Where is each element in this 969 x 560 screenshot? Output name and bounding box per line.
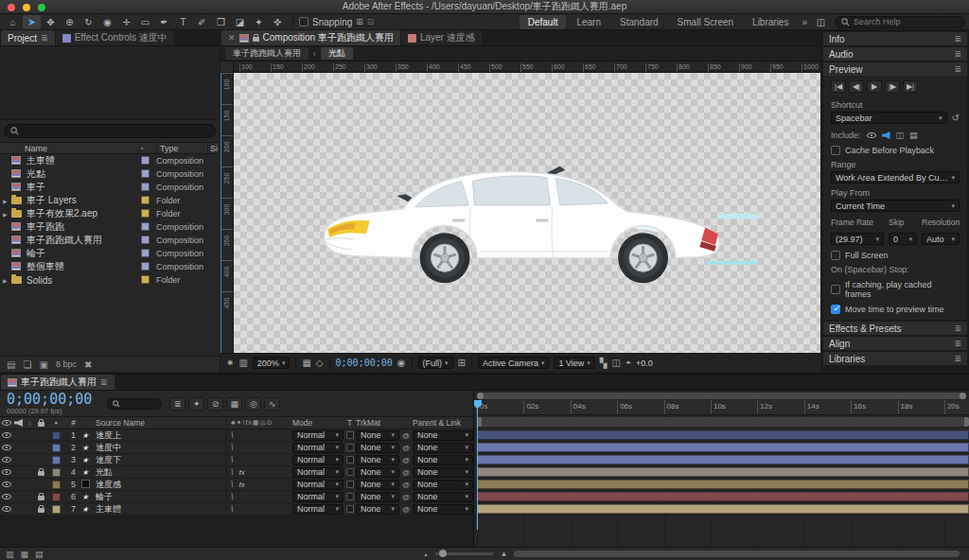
minimize-window-button[interactable] <box>23 4 30 11</box>
zoom-tool[interactable]: ⊕ <box>61 15 79 29</box>
quality-switch-icon[interactable]: \ <box>231 430 234 440</box>
range-select[interactable]: Work Area Extended By Current ...▾ <box>831 171 960 184</box>
layer-lock-toggle[interactable] <box>35 493 47 500</box>
panel-menu-icon[interactable]: ≣ <box>954 324 961 333</box>
go-to-start-button[interactable]: |◀ <box>831 80 846 93</box>
quality-switch-icon[interactable]: \ <box>231 480 234 489</box>
item-name[interactable]: 主車體 <box>26 154 141 167</box>
selection-tool[interactable]: ➤ <box>23 15 41 29</box>
zoom-out-timeline-icon[interactable]: ▲ <box>424 551 429 557</box>
pan-behind-tool[interactable]: ✛ <box>117 15 135 29</box>
expand-layer-switches-icon[interactable]: ▥ <box>6 550 14 559</box>
resolution-select[interactable]: (Full)▾ <box>418 357 453 369</box>
skip-select[interactable]: 0▾ <box>889 233 917 245</box>
move-time-option[interactable]: Move time to preview time <box>831 305 960 314</box>
roto-brush-tool[interactable]: ✦ <box>250 15 268 29</box>
quality-switch-icon[interactable]: \ <box>231 455 234 464</box>
full-screen-option[interactable]: Full Screen <box>831 251 960 260</box>
layer-lock-toggle[interactable] <box>35 444 47 451</box>
mode-column-header[interactable]: Mode <box>292 418 344 428</box>
full-screen-checkbox[interactable] <box>831 251 840 260</box>
frame-blending-icon[interactable]: ▦ <box>226 397 242 411</box>
panel-menu-icon[interactable]: ≣ <box>954 64 961 74</box>
column-type[interactable]: Type <box>156 144 207 153</box>
layer-name[interactable]: 速度上 <box>93 429 226 442</box>
parent-select[interactable]: None▾ <box>413 430 473 441</box>
timeline-search-input[interactable] <box>107 398 162 410</box>
new-composition-icon[interactable]: ▣ <box>39 359 47 370</box>
layer-row[interactable]: 5 ★ 速度感 \fx Normal▾ None▾ @ None▾ <box>0 479 473 491</box>
cache-before-playback-checkbox[interactable] <box>831 146 840 155</box>
layer-row[interactable]: 1 ★ 速度上 \fx Normal▾ None▾ @ None▾ <box>0 429 473 442</box>
audio-column-icon[interactable] <box>12 419 25 427</box>
preserve-transparency-toggle[interactable] <box>344 505 356 513</box>
label-color-swatch[interactable] <box>141 236 150 244</box>
project-item-row[interactable]: ▶ 車子有效果2.aep Folder <box>0 207 220 220</box>
channel-select-icon[interactable]: ◓ <box>625 358 631 368</box>
layer-duration-bar[interactable] <box>477 430 969 440</box>
layer-duration-bar[interactable] <box>477 480 969 489</box>
move-time-checkbox[interactable] <box>831 305 840 314</box>
timeline-tab[interactable]: 車子跑跑鐵人賽用 ≣ <box>1 375 115 390</box>
track-matte-select[interactable]: None▾ <box>356 430 399 441</box>
parent-pickwhip-icon[interactable]: @ <box>399 444 413 452</box>
fx-switch-icon[interactable]: fx <box>239 468 245 477</box>
quality-switch-icon[interactable]: \ <box>231 492 234 501</box>
project-item-row[interactable]: ▶ Solids Folder <box>0 273 220 287</box>
item-name[interactable]: 整個車體 <box>26 260 141 273</box>
workspace-default[interactable]: Default <box>520 15 567 29</box>
frame-rate-select[interactable]: (29.97)▾ <box>831 233 884 245</box>
preserve-transparency-toggle[interactable] <box>344 456 356 464</box>
preview-panel-header[interactable]: Preview ≣ <box>823 62 967 76</box>
layer-row[interactable]: 4 ★ 光點 \fx Normal▾ None▾ @ None▾ <box>0 466 473 479</box>
timeline-horizontal-scrollbar[interactable] <box>514 551 960 557</box>
grid-options-icon[interactable]: ▦ <box>302 358 310 368</box>
reset-preview-icon[interactable]: ↺ <box>952 113 960 123</box>
track-matte-select[interactable]: None▾ <box>356 480 399 490</box>
motion-blur-icon[interactable]: ◎ <box>245 397 261 411</box>
layer-duration-bar[interactable] <box>477 455 969 464</box>
help-search-input[interactable]: Search Help <box>835 16 965 28</box>
resolution-select[interactable]: Auto▾ <box>922 233 960 245</box>
parent-select[interactable]: None▾ <box>413 504 473 515</box>
layer-label-swatch[interactable] <box>47 444 64 452</box>
column-label[interactable]: ▪ <box>141 145 156 151</box>
workspace-libraries[interactable]: Libraries <box>744 15 797 29</box>
vertical-ruler[interactable]: 100150200250300350400450 <box>220 73 234 353</box>
item-name[interactable]: 車子跑跑鐵人賽用 <box>26 234 141 247</box>
layer-lock-toggle[interactable] <box>35 505 47 513</box>
label-color-swatch[interactable] <box>141 183 150 191</box>
time-ruler[interactable]: 0s02s04s06s08s10s12s14s16s18s20s <box>474 400 969 415</box>
brush-tool[interactable]: ✐ <box>193 15 211 29</box>
layer-visibility-toggle[interactable] <box>0 445 12 450</box>
label-color-swatch[interactable] <box>141 156 150 165</box>
layer-lock-toggle[interactable] <box>35 468 47 476</box>
parent-pickwhip-icon[interactable]: @ <box>399 505 413 514</box>
layer-visibility-toggle[interactable] <box>0 481 12 487</box>
workspace-small-screen[interactable]: Small Screen <box>669 15 742 29</box>
project-item-row[interactable]: ▶ 光點 Composition <box>0 167 220 181</box>
work-area-bar[interactable] <box>477 417 969 427</box>
expand-transfer-controls-icon[interactable]: ▦ <box>21 550 29 559</box>
layer-duration-bar[interactable] <box>477 443 969 452</box>
item-name[interactable]: Solids <box>26 275 141 286</box>
puppet-pin-tool[interactable]: ✜ <box>269 15 287 29</box>
snap-to-features-icon[interactable]: ⊟ <box>367 17 375 26</box>
expand-in-out-icon[interactable]: ▤ <box>35 550 44 559</box>
parent-select[interactable]: None▾ <box>413 492 473 502</box>
layer-label-swatch[interactable] <box>47 493 64 501</box>
solo-column-icon[interactable]: ○ <box>25 420 35 427</box>
column-name[interactable]: Name <box>0 144 141 153</box>
blend-mode-select[interactable]: Normal▾ <box>292 467 344 478</box>
info-panel-header[interactable]: Info ≣ <box>823 32 967 45</box>
hide-shy-layers-icon[interactable]: ⊘ <box>207 397 223 411</box>
parent-select[interactable]: None▾ <box>413 467 473 478</box>
snapshot-icon[interactable]: ◉ <box>397 358 406 368</box>
parent-pickwhip-icon[interactable]: @ <box>399 481 413 489</box>
blend-mode-select[interactable]: Normal▾ <box>292 430 344 441</box>
layer-row[interactable]: 2 ★ 速度中 \fx Normal▾ None▾ @ None▾ <box>0 442 473 454</box>
close-window-button[interactable] <box>8 4 15 11</box>
layer-label-swatch[interactable] <box>47 468 64 477</box>
current-time-display[interactable]: 0;00;00;00 <box>7 393 92 407</box>
layer-row[interactable]: 3 ★ 速度下 \fx Normal▾ None▾ @ None▾ <box>0 454 473 466</box>
